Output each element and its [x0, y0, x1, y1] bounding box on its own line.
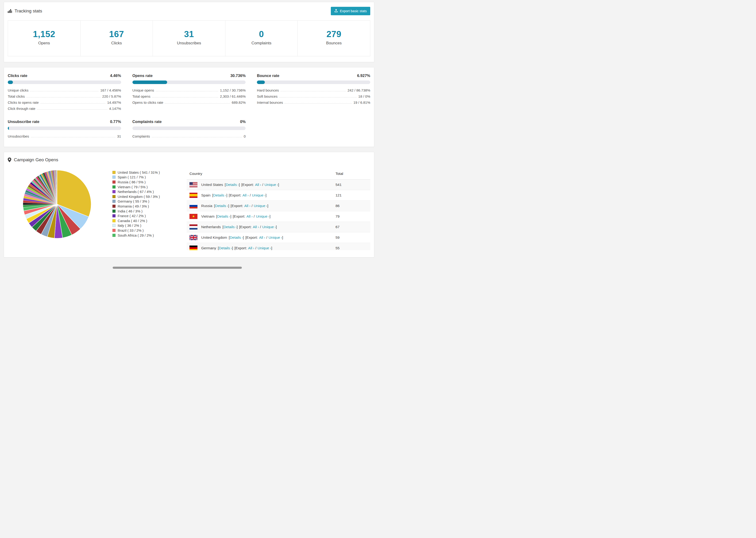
legend-swatch [112, 186, 116, 188]
flag-spain-icon [189, 193, 197, 198]
legend-label: Romania ( 49 / 3% ) [118, 204, 149, 208]
complaints-rate-title: Complaints rate [133, 120, 162, 124]
legend-label: South Africa ( 29 / 2% ) [118, 233, 154, 237]
empty-block [257, 120, 370, 139]
export-unique-link[interactable]: Unique› [254, 204, 267, 208]
bracket: ] [282, 236, 283, 240]
export-unique-link[interactable]: Unique› [256, 214, 270, 218]
legend-swatch [112, 181, 116, 184]
opens-rate-block: Opens rate 30.736% Unique opens1,152 / 3… [133, 74, 246, 112]
stat-unsubscribes-label: Unsubscribes [153, 41, 225, 45]
country-total: 86 [333, 201, 370, 211]
geo-row-united-kingdom: United Kingdom [Details›] [Export:All›/U… [187, 232, 370, 243]
legend-swatch [112, 210, 116, 213]
rate-row-value: 31 [117, 134, 121, 138]
country-name: Spain [201, 193, 211, 197]
unsubscribe-rate-progress [8, 127, 121, 130]
bracket: ] [270, 214, 270, 218]
export-all-link[interactable]: All› [259, 236, 265, 240]
dotted-leader [281, 91, 346, 91]
details-link[interactable]: Details› [226, 183, 239, 187]
rate-row-value: 18 / 0% [358, 94, 370, 98]
rate-row-label: Unique clicks [8, 88, 28, 92]
export-unique-link[interactable]: Unique› [262, 225, 276, 229]
geo-row-united-states: United States [Details›] [Export:All›/Un… [187, 180, 370, 190]
bounce-rate-progress-fill [257, 81, 265, 84]
export-all-link[interactable]: All› [248, 246, 254, 250]
export-all-link[interactable]: All› [253, 225, 259, 229]
rate-row-label: Click through rate [8, 107, 35, 111]
flag-germany-icon [189, 245, 197, 250]
clicks-rate-progress [8, 81, 121, 84]
bracket: ] [278, 183, 279, 187]
rate-row-label: Total clicks [8, 94, 25, 98]
country-name: Germany [201, 246, 216, 250]
unsubscribe-rate-value: 0.77% [110, 120, 121, 124]
legend-item: Romania ( 49 / 3% ) [112, 204, 160, 209]
country-name: United Kingdom [201, 236, 227, 240]
bracket: ] [276, 225, 277, 229]
export-unique-link[interactable]: Unique› [269, 236, 282, 240]
details-link[interactable]: Details› [230, 236, 243, 240]
flag-united-kingdom-icon [189, 235, 197, 240]
slash: / [254, 214, 255, 218]
details-link[interactable]: Details› [215, 204, 228, 208]
dotted-leader [30, 91, 99, 91]
legend-label: India ( 46 / 3% ) [118, 209, 142, 213]
legend-swatch [112, 214, 116, 217]
rate-row-value: 2,303 / 61.446% [220, 94, 245, 98]
export-unique-link[interactable]: Unique› [257, 246, 271, 250]
rate-row: Hard bounces242 / 86.738% [257, 87, 370, 93]
unsubscribe-rate-progress-fill [8, 127, 9, 130]
geo-row-russia: Russia [Details›] [Export:All›/Unique›] … [187, 201, 370, 211]
legend-item: Spain ( 121 / 7% ) [112, 175, 160, 180]
geo-row-vietnam: Vietnam [Details›] [Export:All›/Unique›]… [187, 211, 370, 222]
rate-row: Unsubscribes31 [8, 133, 121, 139]
legend-swatch [112, 229, 116, 232]
export-unique-link[interactable]: Unique› [264, 183, 278, 187]
stat-complaints-value: 0 [225, 29, 298, 39]
export-all-link[interactable]: All› [246, 214, 253, 218]
opens-rate-title: Opens rate [133, 74, 153, 78]
horizontal-scrollbar-thumb[interactable] [113, 267, 242, 269]
export-icon [334, 9, 338, 13]
export-all-link[interactable]: All› [255, 183, 261, 187]
rate-row: Unique opens1,152 / 30.736% [133, 87, 246, 93]
chevron-right-icon: › [249, 204, 250, 208]
page: Tracking stats Export basic stats 1,152 … [0, 0, 378, 264]
export-label: Export: [230, 193, 242, 197]
export-all-link[interactable]: All› [244, 204, 250, 208]
stats-row: 1,152 Opens 167 Clicks 31 Unsubscribes 0… [8, 21, 370, 56]
details-link[interactable]: Details› [224, 225, 237, 229]
legend-swatch [112, 224, 116, 227]
slash: / [260, 225, 261, 229]
map-pin-icon [8, 157, 11, 162]
export-unique-link[interactable]: Unique› [252, 193, 266, 197]
rate-row-value: 242 / 86.738% [348, 88, 370, 92]
details-link[interactable]: Details› [217, 214, 230, 218]
flag-netherlands-icon [189, 224, 197, 230]
stat-bounces-value: 279 [298, 29, 370, 39]
country-total: 67 [333, 222, 370, 232]
export-label: Export: [240, 225, 252, 229]
slash: / [251, 204, 252, 208]
bracket: ] [226, 193, 227, 197]
dotted-leader [37, 109, 108, 110]
export-label: Export: [234, 214, 245, 218]
stat-clicks-value: 167 [81, 29, 153, 39]
legend-swatch [112, 234, 116, 237]
rate-row-value: 1,152 / 30.736% [220, 88, 245, 92]
geo-row-germany: Germany [Details›] [Export:All›/Unique›]… [187, 243, 370, 250]
export-all-link[interactable]: All› [243, 193, 249, 197]
legend-item: Italy ( 36 / 2% ) [112, 223, 160, 228]
dotted-leader [156, 91, 218, 91]
geo-row-netherlands: Netherlands [Details›] [Export:All›/Uniq… [187, 222, 370, 232]
country-name: Vietnam [201, 214, 215, 219]
details-link[interactable]: Details› [219, 246, 232, 250]
stat-clicks: 167 Clicks [81, 21, 153, 56]
details-link[interactable]: Details› [213, 193, 226, 197]
geo-table: Country Total United States [Details›] [187, 168, 370, 250]
legend-item: United Kingdom ( 59 / 3% ) [112, 194, 160, 199]
unsubscribe-rate-block: Unsubscribe rate 0.77% Unsubscribes31 [8, 120, 121, 139]
export-basic-stats-button[interactable]: Export basic stats [331, 7, 370, 15]
